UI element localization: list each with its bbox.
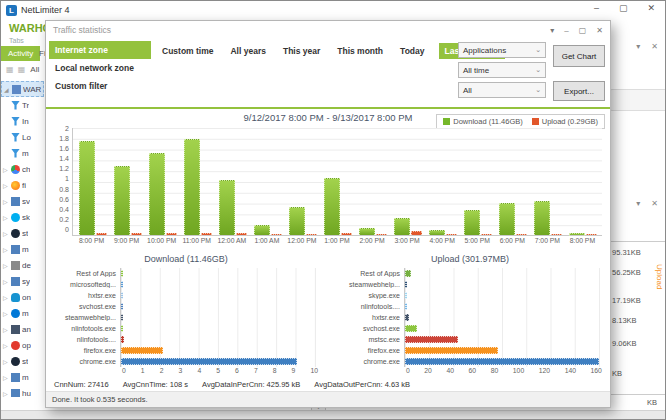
close-icon[interactable]: ✕ [647,3,655,13]
get-chart-button[interactable]: Get Chart [553,45,605,67]
tree-item[interactable]: ▷m [1,369,44,385]
tree-item[interactable]: ▷hu [1,385,44,397]
tree-item[interactable]: ▷de [1,257,44,273]
x-tick-label: 8 [273,367,277,376]
expand-arrow-icon[interactable]: ▷ [3,198,9,205]
tree-item[interactable]: ▷on [1,289,44,305]
chevron-down-icon[interactable]: ▾ [636,199,640,208]
window-titlebar: L NetLimiter 4 [1,1,665,19]
app-row: firefox.exe [340,345,600,356]
per-app-charts: Download (11.46GB) Rest of Appsmicrosoft… [56,254,600,376]
upload-chart-x-axis: 020406080100120140160 [404,367,600,376]
tree-item[interactable]: ▷fi [1,177,44,193]
upload-bar [341,233,352,235]
zone-item-internet-zone[interactable]: Internet zone [49,41,151,59]
expand-arrow-icon[interactable]: ▷ [3,358,9,365]
bar-track [120,312,316,323]
combo-all-time[interactable]: All time⌄ [458,62,546,78]
tree-item[interactable]: ▷an [1,321,44,337]
tree-item-label: on [22,293,31,302]
app-bar [405,292,407,300]
zone-item-custom-filter[interactable]: Custom filter [49,77,151,95]
dialog-maximize-icon[interactable]: ▢ [579,26,587,35]
legend-swatch [443,118,450,125]
download-bar [429,230,445,235]
expand-arrow-icon[interactable]: ▷ [3,230,9,237]
tree-item[interactable]: ▷ch [1,161,44,177]
minimize-icon[interactable]: – [594,3,599,13]
pin-chevron-icon[interactable]: ▾ [550,26,554,35]
zone-item-local-network-zone[interactable]: Local network zone [49,59,151,77]
tree-item-label: de [22,261,31,270]
tab-all-years[interactable]: All years [228,43,267,59]
tree-item[interactable]: ▷m [1,241,44,257]
connection-stats: CnnNum: 27416AvgCnnTime: 108 sAvgDataInP… [46,377,610,391]
tree-item[interactable]: Lo [1,129,44,145]
expand-arrow-icon[interactable]: ▷ [3,374,9,381]
chart-legend: Download (11.46GB)Upload (0.29GB) [436,114,605,129]
tree-item[interactable]: ▷m [1,305,44,321]
expand-arrow-icon[interactable]: ▷ [3,246,9,253]
combo-all[interactable]: All⌄ [458,82,546,98]
expand-arrow-icon[interactable]: ▷ [3,182,9,189]
expand-arrow-icon[interactable]: ▷ [3,214,9,221]
combo-applications[interactable]: Applications⌄ [458,42,546,58]
firefox-icon [11,181,20,190]
expand-arrow-icon[interactable]: ▷ [3,166,9,173]
expand-arrow-icon[interactable]: ▷ [3,390,9,397]
x-tick-label: 5 [216,367,220,376]
panel-close-icon[interactable]: ✕ [651,199,658,208]
tab-activity[interactable]: Activity [1,46,40,61]
maximize-icon[interactable]: ▢ [619,3,628,13]
expand-arrow-icon[interactable]: ▷ [3,278,9,285]
expand-arrow-icon[interactable]: ▷ [3,342,9,349]
tree-item[interactable]: ▷st [1,353,44,369]
expand-arrow-icon[interactable]: ▷ [3,310,9,317]
legend-label: Upload (0.29GB) [542,117,598,126]
tree-item[interactable]: ▷sv [1,193,44,209]
chevron-down-icon[interactable]: ▾ [636,42,640,51]
tree-item-label: an [22,325,31,334]
x-tick-label: 10 [310,367,318,376]
upload-bar [551,234,562,235]
all-filter-label[interactable]: All [30,65,39,74]
upload-bar [201,233,212,235]
app-row: chrome.exe [56,356,316,367]
app-label: skype.exe [340,292,404,299]
app-bar [405,325,417,333]
tab-this-year[interactable]: This year [281,43,322,59]
dialog-titlebar[interactable]: Traffic statistics ▾ – ▢ ✕ [46,21,610,39]
tab-this-month[interactable]: This month [335,43,385,59]
expand-arrow-icon[interactable]: ▷ [3,262,9,269]
y-tick-label: 0.6 [59,196,69,203]
tree-item[interactable]: m [1,145,44,161]
combo-value: All time [463,66,535,75]
expand-arrow-icon[interactable]: ▷ [3,326,9,333]
tree-item[interactable]: ◢WAR [1,81,44,97]
export-button[interactable]: Export... [553,81,605,101]
dialog-minimize-icon[interactable]: – [564,26,568,35]
x-tick-label: 1:00 AM [249,237,284,244]
dialog-close-icon[interactable]: ✕ [596,26,603,35]
tree-item[interactable]: ▷st [1,225,44,241]
download-bar [289,207,305,235]
tab-custom-time[interactable]: Custom time [160,43,215,59]
tree-item[interactable]: Tr [1,97,44,113]
tab-today[interactable]: Today [398,43,426,59]
tree-item[interactable]: ▷op [1,337,44,353]
tree-item[interactable]: ▷sk [1,209,44,225]
expand-arrow-icon[interactable]: ▷ [3,294,9,301]
app-row: hxtsr.exe [340,312,600,323]
y-tick-label: 2 [65,125,69,132]
tree-item[interactable]: In [1,113,44,129]
chevron-down-icon: ⌄ [535,46,541,54]
grid-view-icon[interactable]: ▦ ▦ [6,65,26,74]
tree-item[interactable]: ▷sy [1,273,44,289]
view-toolbar: ▦ ▦ All [6,65,39,74]
download-chart-rows: Rest of Appsmicrosoftedg...hxtsr.exesvch… [56,268,316,367]
panel-close-icon[interactable]: ✕ [651,42,658,51]
expand-arrow-icon[interactable]: ◢ [4,86,10,93]
x-tick-label: 1 [141,367,145,376]
right-panel-box [609,89,666,111]
upload-chart-rows: Rest of Appssteamwebhelp...skype.exenlin… [340,268,600,367]
